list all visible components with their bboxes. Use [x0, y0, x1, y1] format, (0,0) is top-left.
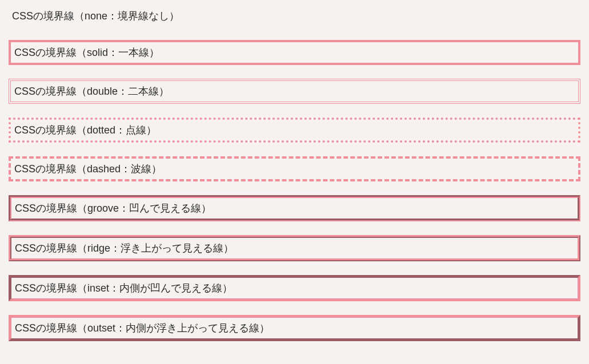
- border-sample-inset: CSSの境界線（inset：内側が凹んで見える線）: [9, 275, 580, 301]
- border-sample-dashed: CSSの境界線（dashed：波線）: [9, 156, 580, 181]
- border-sample-solid: CSSの境界線（solid：一本線）: [9, 40, 580, 65]
- border-sample-ridge: CSSの境界線（ridge：浮き上がって見える線）: [9, 235, 580, 261]
- border-sample-label: CSSの境界線（outset：内側が浮き上がって見える線）: [15, 322, 270, 334]
- border-sample-label: CSSの境界線（dotted：点線）: [14, 124, 157, 136]
- border-sample-label: CSSの境界線（inset：内側が凹んで見える線）: [15, 282, 233, 294]
- border-sample-outset: CSSの境界線（outset：内側が浮き上がって見える線）: [9, 315, 580, 341]
- border-sample-label: CSSの境界線（double：二本線）: [14, 86, 169, 97]
- border-sample-groove: CSSの境界線（groove：凹んで見える線）: [9, 195, 580, 221]
- border-sample-label: CSSの境界線（dashed：波線）: [14, 163, 162, 175]
- border-sample-label: CSSの境界線（none：境界線なし）: [12, 10, 179, 22]
- border-sample-dotted: CSSの境界線（dotted：点線）: [9, 118, 580, 143]
- border-sample-none: CSSの境界線（none：境界線なし）: [9, 6, 580, 26]
- border-sample-label: CSSの境界線（ridge：浮き上がって見える線）: [15, 242, 234, 254]
- border-sample-double: CSSの境界線（double：二本線）: [9, 79, 580, 104]
- border-sample-label: CSSの境界線（groove：凹んで見える線）: [15, 203, 211, 214]
- border-sample-label: CSSの境界線（solid：一本線）: [14, 47, 159, 58]
